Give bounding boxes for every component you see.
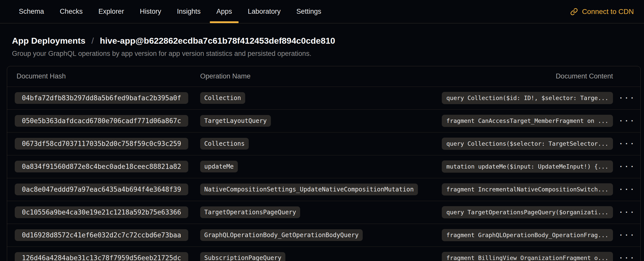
documents-table-card: Document Hash Operation Name Document Co…	[7, 66, 641, 261]
connect-to-cdn-button[interactable]: Connect to CDN	[570, 8, 634, 16]
document-content-preview: mutation updateMe($input: UpdateMeInput!…	[442, 160, 613, 173]
row-menu-button[interactable]: ···	[617, 184, 637, 195]
nav-tab-insights[interactable]: Insights	[177, 0, 201, 23]
page-subtitle: Group your GraphQL operations by app ver…	[12, 49, 641, 58]
row-menu-button[interactable]: ···	[617, 161, 637, 172]
nav-tab-apps[interactable]: Apps	[216, 0, 232, 23]
document-content-preview: fragment CanAccessTarget_MemberFragment …	[442, 115, 613, 127]
breadcrumb-current-app: hive-app@b622862ecdba7c61b78f412453def89…	[100, 36, 335, 45]
table-row: 126d46a4284abe31c13c78f7959d56eeb21725dc…	[7, 247, 640, 261]
nav-tab-checks[interactable]: Checks	[60, 0, 83, 23]
nav-tab-schema[interactable]: Schema	[19, 0, 44, 23]
operation-name: NativeCompositionSettings_UpdateNativeCo…	[200, 184, 418, 195]
connect-to-cdn-label: Connect to CDN	[582, 8, 634, 16]
column-header-document-content: Document Content	[422, 66, 613, 87]
table-row: 0c10556a9be4ca30e19e21c1218a592b75e63366…	[7, 201, 640, 224]
operation-name: TargetLayoutQuery	[200, 115, 271, 127]
row-menu-button[interactable]: ···	[617, 252, 637, 261]
nav-tab-explorer[interactable]: Explorer	[98, 0, 124, 23]
document-hash: 050e5b363dafdcacd6780e706cadf771d06a867c	[15, 115, 188, 127]
table-row: 050e5b363dafdcacd6780e706cadf771d06a867c…	[7, 109, 640, 132]
operation-name: updateMe	[200, 161, 238, 172]
table-row: 0d16928d8572c41ef6e032d2c7c72ccbd6e73baa…	[7, 224, 640, 247]
document-hash: 04bfa72dfb83b297dd8a5b6fed9bafac2b395a0f	[15, 92, 188, 104]
operation-name: SubscriptionPageQuery	[200, 252, 285, 261]
breadcrumb-app-deployments-link[interactable]: App Deployments	[12, 36, 85, 45]
column-header-document-hash: Document Hash	[7, 66, 200, 87]
document-hash: 126d46a4284abe31c13c78f7959d56eeb21725dc	[15, 252, 188, 261]
nav-tab-laboratory[interactable]: Laboratory	[248, 0, 281, 23]
app-deployment-detail-page: App Deployments / hive-app@b622862ecdba7…	[0, 36, 644, 261]
row-menu-button[interactable]: ···	[617, 206, 637, 218]
document-content-preview: fragment BillingView_OrganizationFragmen…	[442, 252, 613, 261]
document-content-preview: query Collections($selector: TargetSelec…	[442, 138, 613, 150]
table-row: 0ac8e047eddd97a97eac6435a4b694f4e3648f39…	[7, 178, 640, 201]
document-hash: 0c10556a9be4ca30e19e21c1218a592b75e63366	[15, 206, 188, 218]
document-hash: 0d16928d8572c41ef6e032d2c7c72ccbd6e73baa	[15, 229, 188, 241]
top-nav: Schema Checks Explorer History Insights …	[0, 0, 644, 23]
page-header: App Deployments / hive-app@b622862ecdba7…	[7, 36, 641, 58]
operation-name: TargetOperationsPageQuery	[200, 206, 300, 218]
document-content-preview: fragment GraphQLOperationBody_OperationF…	[442, 229, 613, 241]
column-header-menu	[613, 66, 640, 87]
column-header-operation-name: Operation Name	[200, 66, 422, 87]
link-icon	[570, 8, 578, 15]
table-row: 04bfa72dfb83b297dd8a5b6fed9bafac2b395a0f…	[7, 87, 640, 109]
document-hash: 0ac8e047eddd97a97eac6435a4b694f4e3648f39	[15, 184, 188, 195]
breadcrumb-separator: /	[92, 36, 94, 45]
document-content-preview: fragment IncrementalNativeCompositionSwi…	[442, 183, 613, 195]
row-menu-button[interactable]: ···	[617, 92, 637, 104]
table-row: 0a834f91560d872e8c4bec0ade18ceec88821a82…	[7, 155, 640, 178]
table-row: 0673df58cd7037117035b2d0c758f59c0c93c259…	[7, 132, 640, 155]
row-menu-button[interactable]: ···	[617, 115, 637, 127]
documents-table: Document Hash Operation Name Document Co…	[7, 66, 640, 261]
document-content-preview: query Collection($id: ID!, $selector: Ta…	[442, 92, 613, 104]
operation-name: Collections	[200, 138, 249, 150]
nav-tab-settings[interactable]: Settings	[296, 0, 321, 23]
nav-tab-history[interactable]: History	[140, 0, 161, 23]
operation-name: GraphQLOperationBody_GetOperationBodyQue…	[200, 229, 363, 241]
operation-name: Collection	[200, 92, 245, 104]
document-hash: 0a834f91560d872e8c4bec0ade18ceec88821a82	[15, 161, 188, 172]
document-hash: 0673df58cd7037117035b2d0c758f59c0c93c259	[15, 138, 188, 150]
breadcrumb: App Deployments / hive-app@b622862ecdba7…	[12, 36, 641, 46]
nav-tabs: Schema Checks Explorer History Insights …	[19, 0, 321, 23]
table-header-row: Document Hash Operation Name Document Co…	[7, 66, 640, 87]
document-content-preview: query TargetOperationsPageQuery($organiz…	[442, 206, 613, 218]
row-menu-button[interactable]: ···	[617, 229, 637, 241]
row-menu-button[interactable]: ···	[617, 138, 637, 150]
